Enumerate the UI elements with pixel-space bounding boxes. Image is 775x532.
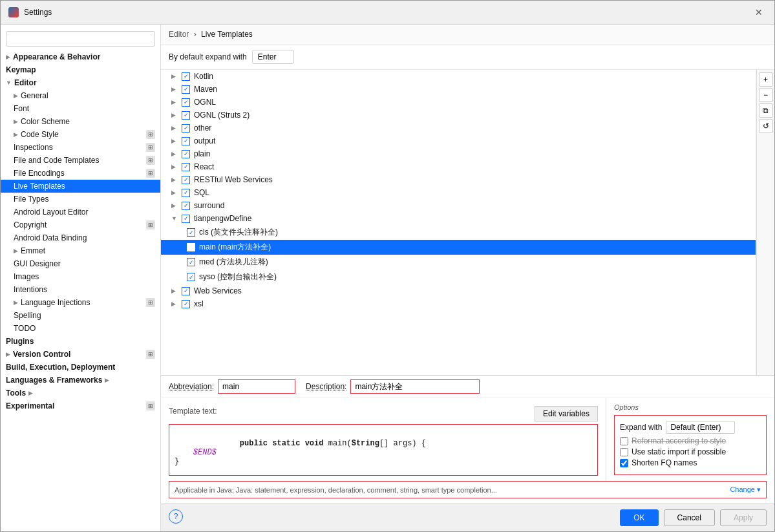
list-item-restful[interactable]: ▶ ✓ RESTful Web Services (161, 173, 756, 186)
sidebar-item-live-templates[interactable]: Live Templates (1, 180, 160, 193)
shorten-fq-checkbox[interactable] (620, 459, 628, 467)
sidebar-item-file-encodings[interactable]: File Encodings ⊞ (1, 167, 160, 180)
list-item-med[interactable]: ✓ med (方法块儿注释) (161, 255, 756, 270)
reset-button[interactable]: ↺ (759, 119, 773, 133)
list-item-other[interactable]: ▶ ✓ other (161, 122, 756, 134)
apply-button[interactable]: Apply (720, 509, 767, 526)
code-keyword-void: void (305, 439, 324, 448)
list-item-ognl[interactable]: ▶ ✓ OGNL (161, 96, 756, 109)
abbreviation-input[interactable] (218, 379, 295, 394)
sidebar-item-appearance[interactable]: ▶ Appearance & Behavior (1, 50, 160, 63)
abbreviation-label: Abbreviation: (169, 382, 214, 391)
checkbox-cls[interactable]: ✓ (187, 228, 195, 237)
list-item-label: Web Services (194, 286, 242, 295)
checkbox-med[interactable]: ✓ (187, 258, 195, 266)
checkbox-ognl[interactable]: ✓ (182, 98, 190, 107)
sidebar-item-gui-designer[interactable]: GUI Designer (1, 257, 160, 270)
list-item-label: xsl (194, 299, 204, 308)
intellij-icon (8, 7, 19, 17)
close-button[interactable]: ✕ (751, 6, 767, 19)
checkbox-surround[interactable]: ✓ (182, 202, 190, 210)
sidebar-item-font[interactable]: Font (1, 102, 160, 115)
sidebar-item-editor[interactable]: ▼ Editor (1, 76, 160, 89)
sidebar-item-todo[interactable]: TODO (1, 322, 160, 335)
change-link[interactable]: Change ▾ (730, 485, 761, 494)
sidebar-item-label: Font (14, 104, 29, 113)
arrow-icon: ▼ (6, 80, 12, 86)
sidebar-item-color-scheme[interactable]: ▶ Color Scheme (1, 115, 160, 128)
expand-with-select[interactable]: Default (Enter) Enter Tab Space (666, 421, 735, 434)
list-item-react[interactable]: ▶ ✓ React (161, 160, 756, 173)
ok-button[interactable]: OK (620, 509, 658, 526)
template-code-box[interactable]: public static void main(String[] args) {… (169, 424, 598, 476)
sidebar-item-file-code-templates[interactable]: File and Code Templates ⊞ (1, 154, 160, 167)
sidebar-item-inspections[interactable]: Inspections ⊞ (1, 141, 160, 154)
sidebar-item-android-layout-editor[interactable]: Android Layout Editor (1, 206, 160, 218)
list-item-sql[interactable]: ▶ ✓ SQL (161, 186, 756, 199)
list-item-label: cls (英文件头注释补全) (199, 227, 278, 238)
cancel-button[interactable]: Cancel (664, 509, 715, 526)
expand-with-row: Expand with Default (Enter) Enter Tab Sp… (620, 421, 761, 434)
sidebar-item-experimental[interactable]: Experimental ⊞ (1, 399, 160, 412)
expand-label: By default expand with (169, 52, 247, 61)
checkbox-output[interactable]: ✓ (182, 137, 190, 145)
checkbox-kotlin[interactable]: ✓ (182, 72, 190, 81)
sidebar-item-language-injections[interactable]: ▶ Language Injections ⊞ (1, 296, 160, 309)
list-item-plain[interactable]: ▶ ✓ plain (161, 147, 756, 160)
checkbox-other[interactable]: ✓ (182, 124, 190, 133)
sidebar-item-emmet[interactable]: ▶ Emmet (1, 244, 160, 257)
checkbox-ognl-struts[interactable]: ✓ (182, 111, 190, 120)
checkbox-react[interactable]: ✓ (182, 163, 190, 171)
copy-button[interactable]: ⧉ (759, 103, 773, 118)
template-list-area: ▶ ✓ Kotlin ▶ ✓ Maven ▶ ✓ OGNL (161, 70, 774, 375)
list-item-output[interactable]: ▶ ✓ output (161, 134, 756, 147)
sidebar-item-plugins[interactable]: Plugins (1, 335, 160, 348)
checkbox-sql[interactable]: ✓ (182, 189, 190, 197)
checkbox-tianpeng[interactable]: ✓ (182, 215, 190, 223)
list-item-ognl-struts[interactable]: ▶ ✓ OGNL (Struts 2) (161, 109, 756, 122)
sidebar-item-languages-frameworks[interactable]: Languages & Frameworks ▶ (1, 374, 160, 387)
expand-select[interactable]: Enter Tab Space (252, 50, 294, 64)
sidebar-item-images[interactable]: Images (1, 270, 160, 283)
sidebar-item-tools[interactable]: Tools ▶ (1, 387, 160, 399)
checkbox-xsl[interactable]: ✓ (182, 300, 190, 308)
list-item-tianpeng[interactable]: ▼ ✓ tianpengwDefine (161, 212, 756, 225)
list-item-webservices[interactable]: ▶ ✓ Web Services (161, 284, 756, 297)
edit-variables-button[interactable]: Edit variables (535, 406, 598, 421)
checkbox-syso[interactable]: ✓ (187, 273, 195, 281)
reformat-checkbox[interactable] (620, 437, 628, 445)
sidebar-item-build-execution[interactable]: Build, Execution, Deployment (1, 361, 160, 374)
sidebar-item-spelling[interactable]: Spelling (1, 309, 160, 322)
sidebar-item-label: Languages & Frameworks (6, 376, 102, 385)
static-import-checkbox[interactable] (620, 448, 628, 456)
sidebar-item-label: Android Layout Editor (14, 207, 88, 217)
checkbox-plain[interactable]: ✓ (182, 150, 190, 158)
list-item-surround[interactable]: ▶ ✓ surround (161, 199, 756, 212)
checkbox-main[interactable]: ✓ (187, 243, 195, 251)
list-item-main[interactable]: ✓ main (main方法补全) (161, 240, 756, 255)
list-item-xsl[interactable]: ▶ ✓ xsl (161, 297, 756, 310)
list-item-label: OGNL (194, 98, 216, 107)
add-button[interactable]: + (759, 72, 773, 87)
sidebar-item-copyright[interactable]: Copyright ⊞ (1, 218, 160, 231)
sidebar-item-general[interactable]: ▶ General (1, 89, 160, 102)
sidebar-item-file-types[interactable]: File Types (1, 193, 160, 206)
description-input[interactable] (350, 379, 480, 394)
list-item-syso[interactable]: ✓ syso (控制台输出补全) (161, 270, 756, 284)
list-item-label: Maven (194, 85, 217, 94)
list-item-cls[interactable]: ✓ cls (英文件头注释补全) (161, 225, 756, 240)
list-item-kotlin[interactable]: ▶ ✓ Kotlin (161, 70, 756, 83)
sidebar-item-intentions[interactable]: Intentions (1, 283, 160, 296)
sidebar-item-version-control[interactable]: ▶ Version Control ⊞ (1, 348, 160, 361)
sidebar-item-android-data-binding[interactable]: Android Data Binding (1, 231, 160, 244)
checkbox-maven[interactable]: ✓ (182, 85, 190, 94)
remove-button[interactable]: − (759, 88, 773, 102)
checkbox-webservices[interactable]: ✓ (182, 287, 190, 295)
list-item-maven[interactable]: ▶ ✓ Maven (161, 83, 756, 96)
template-body: Template text: Edit variables public sta… (161, 398, 774, 481)
sidebar-item-code-style[interactable]: ▶ Code Style ⊞ (1, 128, 160, 141)
sidebar-item-keymap[interactable]: Keymap (1, 63, 160, 76)
checkbox-restful[interactable]: ✓ (182, 176, 190, 184)
help-button[interactable]: ? (169, 509, 183, 524)
search-input[interactable] (6, 31, 155, 47)
